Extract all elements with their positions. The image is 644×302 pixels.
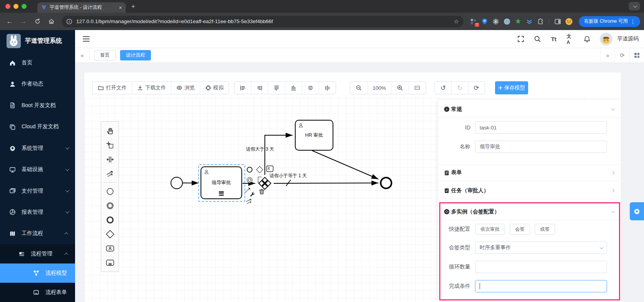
search-icon[interactable] <box>534 35 541 43</box>
browser-menu-icon[interactable]: ⋮ <box>628 18 638 25</box>
browser-tab[interactable]: 芋道管理系统 - 设计流程 × <box>37 2 126 13</box>
sign-type-select[interactable]: 时序多重事件 <box>475 242 607 254</box>
pad-append-end-event[interactable] <box>245 165 254 174</box>
preview-button[interactable]: 浏览 <box>171 82 200 94</box>
extension-icon-snowflake[interactable] <box>492 18 500 25</box>
save-model-button[interactable]: 保存模型 <box>495 81 528 94</box>
name-input[interactable] <box>475 141 607 153</box>
open-file-button[interactable]: 打开文件 <box>93 82 132 94</box>
sidebar-item-workflow[interactable]: 工作流程 <box>0 223 75 244</box>
username[interactable]: 芋道源码 <box>617 35 639 42</box>
undo-button[interactable]: ↺ <box>435 82 452 94</box>
zoom-level[interactable]: 100% <box>368 82 391 94</box>
collapse-sidebar-button[interactable] <box>83 36 90 42</box>
loop-count-input[interactable] <box>475 261 607 273</box>
align-top-button[interactable] <box>268 82 285 94</box>
align-left-button[interactable] <box>234 82 251 94</box>
quick-option-sequential-button[interactable]: 依次审批 <box>475 224 505 235</box>
redo-button[interactable]: ↻ <box>452 82 468 94</box>
forward-button[interactable]: → <box>18 16 29 27</box>
restart-button[interactable]: ⟳ <box>468 82 485 94</box>
edge-label-gt3[interactable]: 请假大于 3 天 <box>246 146 274 153</box>
close-tab-icon[interactable]: × <box>119 5 122 11</box>
home-button[interactable] <box>45 16 57 27</box>
extension-icon-balloon[interactable] <box>481 18 488 25</box>
complete-condition-input[interactable] <box>475 280 607 292</box>
create-intermediate-event[interactable] <box>103 198 117 213</box>
new-tab-button[interactable]: + <box>131 3 135 10</box>
close-window-button[interactable] <box>5 4 10 9</box>
align-right-button[interactable] <box>251 82 268 94</box>
user-avatar[interactable] <box>600 33 612 45</box>
end-event[interactable] <box>380 177 392 189</box>
app-logo-row[interactable]: 芋道管理系统 <box>0 30 75 52</box>
section-task-assignee[interactable]: 任务（审批人） <box>438 182 621 199</box>
section-multi-instance[interactable]: 多实例（会签配置） <box>438 203 621 220</box>
global-connect-tool[interactable] <box>103 166 117 181</box>
sidebar-item-process-form[interactable]: 流程表单 <box>0 283 75 302</box>
settings-drawer-button[interactable] <box>630 202 644 220</box>
sidebar-item-system[interactable]: 系统管理 <box>0 138 75 159</box>
tags-refresh-button[interactable]: ⟳ <box>615 48 629 62</box>
extension-icon-grid[interactable]: 7 <box>470 18 477 25</box>
create-end-event[interactable] <box>103 213 117 227</box>
tags-scroll-left-button[interactable]: « <box>75 48 90 62</box>
sidebar-item-author[interactable]: 作者动态 <box>0 74 75 95</box>
tag-home[interactable]: 首页 <box>94 50 115 60</box>
tags-layout-button[interactable] <box>629 48 644 62</box>
extension-icon-circle[interactable] <box>503 18 511 25</box>
sidebar-item-infra[interactable]: 基础设施 <box>0 159 75 180</box>
quick-option-orsign-button[interactable]: 或签 <box>535 224 555 235</box>
chrome-update-button[interactable]: 有新版 Chrome 可用 ⋮ <box>579 16 640 27</box>
back-button[interactable]: ← <box>4 16 15 27</box>
extensions-puzzle-icon[interactable] <box>537 18 544 25</box>
create-subprocess[interactable] <box>103 255 117 270</box>
extension-icon-star[interactable] <box>514 18 522 25</box>
tab-search-button[interactable] <box>629 2 640 10</box>
fit-viewport-button[interactable] <box>409 82 426 94</box>
section-general[interactable]: 常规 <box>438 101 621 118</box>
side-panel-icon[interactable] <box>554 18 562 25</box>
lasso-tool[interactable] <box>103 138 117 152</box>
pad-append-task[interactable] <box>266 164 274 173</box>
create-start-event[interactable] <box>103 184 117 198</box>
tags-scroll-right-button[interactable]: » <box>600 48 615 62</box>
sidebar-item-boot-docs[interactable]: Boot 开发文档 <box>0 95 75 116</box>
start-event[interactable] <box>171 177 183 189</box>
align-center-horizontal-button[interactable] <box>302 82 319 94</box>
simulate-button[interactable]: 模拟 <box>200 82 229 94</box>
reload-button[interactable] <box>32 16 43 27</box>
quick-option-countersign-button[interactable]: 会签 <box>510 224 530 235</box>
download-file-button[interactable]: 下载文件 <box>132 82 171 94</box>
zoom-window-button[interactable] <box>22 4 27 9</box>
translate-icon[interactable]: 文A <box>567 35 574 43</box>
sidebar-item-home[interactable]: 首页 <box>0 52 75 73</box>
create-gateway[interactable] <box>103 227 117 241</box>
space-tool[interactable] <box>103 152 117 166</box>
pad-append-intermediate-event[interactable] <box>245 176 254 184</box>
minimize-window-button[interactable] <box>13 4 18 9</box>
sidebar-item-cloud-docs[interactable]: Cloud 开发文档 <box>0 116 75 138</box>
zoom-in-button[interactable] <box>391 82 409 94</box>
pad-connect-arrows-icon[interactable] <box>245 197 254 206</box>
align-bottom-button[interactable] <box>285 82 302 94</box>
profile-avatar-icon[interactable] <box>565 18 573 25</box>
extension-icon-chevrons[interactable] <box>525 18 533 25</box>
hand-tool[interactable] <box>103 124 117 138</box>
task-leader-approve[interactable]: 领导审批 <box>201 166 242 199</box>
id-input[interactable] <box>475 121 607 134</box>
sidebar-item-payment[interactable]: 支付管理 <box>0 180 75 201</box>
font-size-icon[interactable]: Tt <box>550 35 557 43</box>
bookmark-star-icon[interactable]: ☆ <box>454 18 459 25</box>
section-form[interactable]: 表单 <box>438 164 621 181</box>
sidebar-item-report[interactable]: 报表管理 <box>0 201 75 223</box>
notification-bell-icon[interactable] <box>583 35 590 43</box>
task-hr-approve[interactable]: HR 审批 <box>295 120 333 151</box>
site-info-icon[interactable] <box>66 18 72 25</box>
edge-label-lte1[interactable]: 请假小于等于 1 天 <box>269 173 307 179</box>
address-bar[interactable]: 127.0.0.1/bpm/manager/model/edit?modelId… <box>62 16 463 27</box>
zoom-out-button[interactable] <box>350 82 368 94</box>
sidebar-item-process-management[interactable]: 流程管理 <box>0 244 75 263</box>
fullscreen-icon[interactable] <box>517 35 524 43</box>
create-user-task[interactable] <box>103 241 117 255</box>
